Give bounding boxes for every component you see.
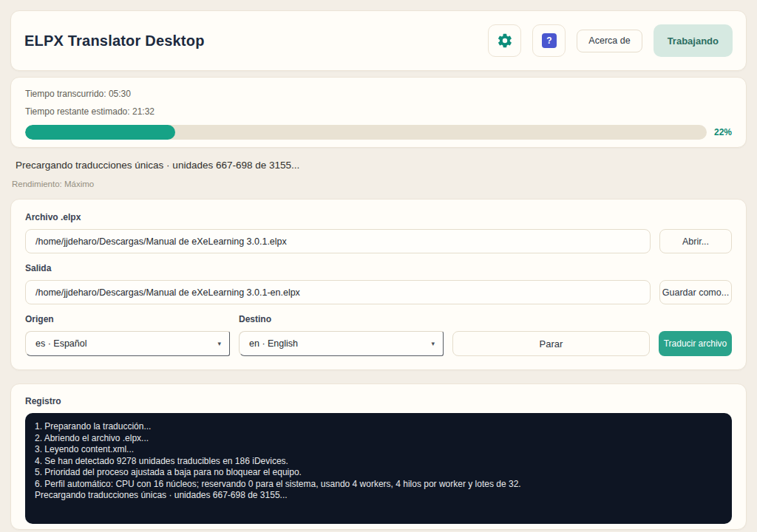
progress-bar-row: 22% xyxy=(25,125,732,140)
translate-file-button[interactable]: Traducir archivo xyxy=(659,331,732,356)
question-mark-icon: ? xyxy=(542,33,557,48)
save-as-button[interactable]: Guardar como... xyxy=(659,280,732,304)
progress-fill xyxy=(25,125,175,140)
header-actions: ? Acerca de Trabajando xyxy=(488,24,733,57)
input-file-row: Abrir... xyxy=(25,229,732,253)
progress-panel: Tiempo transcurrido: 05:30 Tiempo restan… xyxy=(10,77,747,148)
status-block: Precargando traducciones únicas · unidad… xyxy=(10,160,747,188)
chevron-down-icon: ▾ xyxy=(431,340,435,347)
source-language-value: es · Español xyxy=(35,338,86,349)
language-row: Origen es · Español ▾ Destino en · Engli… xyxy=(25,314,732,356)
output-file-field[interactable] xyxy=(25,280,651,304)
settings-button[interactable] xyxy=(488,24,521,57)
about-button[interactable]: Acerca de xyxy=(577,30,642,52)
status-badge[interactable]: Trabajando xyxy=(654,24,733,57)
stop-button[interactable]: Parar xyxy=(452,331,650,356)
target-language-select[interactable]: en · English ▾ xyxy=(239,331,444,356)
source-language-group: Origen es · Español ▾ xyxy=(25,314,230,356)
open-button[interactable]: Abrir... xyxy=(659,229,732,253)
app-title: ELPX Translator Desktop xyxy=(24,33,205,50)
output-file-label: Salida xyxy=(25,263,732,273)
log-label: Registro xyxy=(25,396,732,406)
progress-percent: 22% xyxy=(714,127,732,137)
output-file-row: Guardar como... xyxy=(25,280,732,304)
input-file-field[interactable] xyxy=(25,229,651,253)
gear-icon xyxy=(497,33,513,49)
log-console[interactable]: 1. Preparando la traducción... 2. Abrien… xyxy=(25,413,732,524)
translation-form: Archivo .elpx Abrir... Salida Guardar co… xyxy=(10,199,747,370)
remaining-time-label: Tiempo restante estimado: 21:32 xyxy=(25,106,732,117)
app-window: ELPX Translator Desktop ? Acerca de Trab… xyxy=(0,0,757,532)
source-language-label: Origen xyxy=(25,314,230,324)
status-message: Precargando traducciones únicas · unidad… xyxy=(10,160,747,171)
progress-track xyxy=(25,125,707,140)
input-file-label: Archivo .elpx xyxy=(25,212,732,222)
chevron-down-icon: ▾ xyxy=(217,340,221,347)
source-language-select[interactable]: es · Español ▾ xyxy=(25,331,230,356)
elapsed-time-label: Tiempo transcurrido: 05:30 xyxy=(25,89,732,99)
help-button[interactable]: ? xyxy=(532,24,566,57)
target-language-value: en · English xyxy=(249,338,298,349)
target-language-group: Destino en · English ▾ xyxy=(239,314,444,356)
header-bar: ELPX Translator Desktop ? Acerca de Trab… xyxy=(10,10,747,71)
log-panel: Registro 1. Preparando la traducción... … xyxy=(10,383,747,530)
performance-label: Rendimiento: Máximo xyxy=(10,180,747,188)
target-language-label: Destino xyxy=(239,314,444,324)
